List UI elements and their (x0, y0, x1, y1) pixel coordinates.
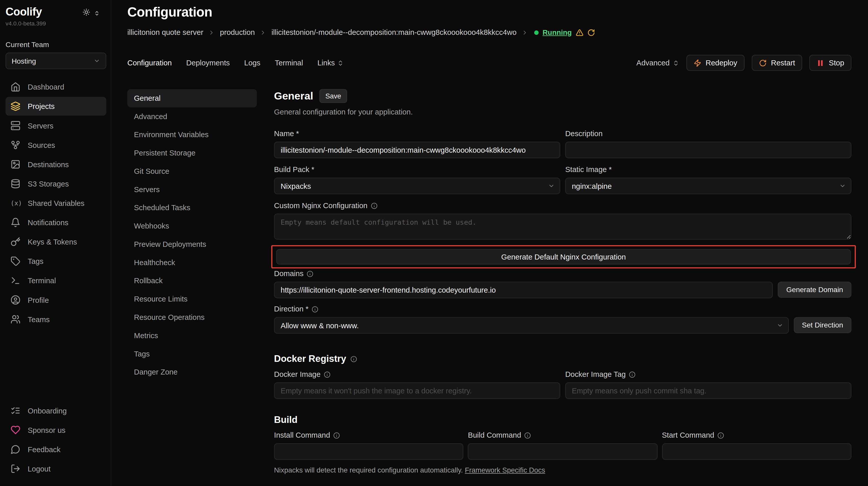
subnav-persistent-storage[interactable]: Persistent Storage (127, 144, 257, 162)
subnav-danger-zone[interactable]: Danger Zone (127, 363, 257, 381)
set-direction-button[interactable]: Set Direction (794, 317, 851, 333)
subnav-servers[interactable]: Servers (127, 181, 257, 199)
nav-label: Feedback (28, 445, 61, 454)
domains-input[interactable] (274, 282, 773, 298)
user-circle-icon (10, 295, 20, 305)
sidebar-item-shared-variables[interactable]: (x) Shared Variables (6, 194, 106, 213)
subnav-webhooks[interactable]: Webhooks (127, 217, 257, 235)
theme-toggle-sun-icon[interactable] (83, 8, 90, 18)
breadcrumb-application[interactable]: illicitestonion/-module--decomposition:m… (271, 28, 517, 37)
sidebar-item-dashboard[interactable]: Dashboard (6, 77, 106, 96)
info-icon[interactable] (307, 270, 313, 277)
nav-label: Destinations (28, 160, 69, 169)
sidebar-footer: Onboarding Sponsor us Feedback Logout (6, 401, 106, 478)
save-button[interactable]: Save (319, 89, 347, 103)
subnav-healthcheck[interactable]: Healthcheck (127, 253, 257, 272)
build-pack-select[interactable]: Nixpacks (274, 177, 560, 194)
docker-registry-title: Docker Registry (274, 354, 346, 365)
subnav-metrics[interactable]: Metrics (127, 326, 257, 345)
chevrons-up-down-icon[interactable] (94, 8, 100, 18)
breadcrumb-project[interactable]: illicitonion quote server (127, 28, 204, 37)
list-checks-icon (10, 406, 20, 416)
subnav-git-source[interactable]: Git Source (127, 162, 257, 181)
direction-select[interactable]: Allow www & non-www. (274, 317, 788, 333)
subnav-scheduled-tasks[interactable]: Scheduled Tasks (127, 199, 257, 217)
terminal-icon (10, 276, 20, 286)
warning-triangle-icon[interactable] (576, 29, 583, 36)
nav-label: Projects (28, 102, 55, 110)
info-icon[interactable] (334, 432, 340, 439)
redeploy-button[interactable]: Redeploy (686, 55, 744, 71)
subnav-advanced[interactable]: Advanced (127, 107, 257, 126)
section-title: General (274, 90, 313, 102)
section-subtitle: General configuration for your applicati… (274, 108, 851, 116)
tab-logs[interactable]: Logs (244, 59, 260, 67)
subnav-resource-limits[interactable]: Resource Limits (127, 290, 257, 309)
sidebar-item-keys-tokens[interactable]: Keys & Tokens (6, 232, 106, 251)
docker-image-tag-input[interactable] (565, 383, 851, 399)
sidebar-nav: Dashboard Projects Servers Sources Desti… (6, 77, 106, 328)
tab-configuration[interactable]: Configuration (127, 59, 172, 67)
subnav-preview-deployments[interactable]: Preview Deployments (127, 235, 257, 253)
sidebar-item-notifications[interactable]: Notifications (6, 213, 106, 232)
current-team-label: Current Team (6, 40, 106, 49)
tab-links[interactable]: Links (317, 59, 344, 67)
nginx-config-textarea[interactable] (274, 214, 851, 239)
sidebar-item-sources[interactable]: Sources (6, 136, 106, 155)
sidebar-item-servers[interactable]: Servers (6, 116, 106, 135)
subnav-general[interactable]: General (127, 89, 257, 107)
restart-button[interactable]: Restart (752, 55, 802, 71)
chevron-right-icon (522, 29, 528, 36)
name-input[interactable] (274, 142, 560, 158)
sidebar-item-sponsor[interactable]: Sponsor us (6, 421, 106, 440)
info-icon[interactable] (312, 306, 318, 313)
team-select[interactable]: Hosting (6, 53, 106, 69)
subnav-resource-operations[interactable]: Resource Operations (127, 308, 257, 326)
app-version: v4.0.0-beta.399 (6, 20, 46, 27)
generate-nginx-config-button[interactable]: Generate Default Nginx Configuration (276, 249, 851, 265)
zap-icon (693, 59, 701, 67)
info-icon[interactable] (524, 432, 531, 439)
subnav-rollback[interactable]: Rollback (127, 272, 257, 290)
refresh-status-icon[interactable] (587, 29, 595, 36)
sidebar-item-projects[interactable]: Projects (6, 97, 106, 116)
tab-terminal[interactable]: Terminal (275, 59, 303, 67)
start-command-label: Start Command (662, 431, 851, 440)
sidebar-item-feedback[interactable]: Feedback (6, 440, 106, 459)
sidebar-item-onboarding[interactable]: Onboarding (6, 401, 106, 420)
tab-deployments[interactable]: Deployments (186, 59, 229, 67)
advanced-dropdown[interactable]: Advanced (637, 59, 679, 67)
info-icon[interactable] (718, 432, 724, 439)
description-input[interactable] (565, 142, 851, 158)
info-icon[interactable] (629, 371, 636, 378)
install-command-input[interactable] (274, 443, 463, 460)
build-command-input[interactable] (468, 443, 657, 460)
sidebar-item-terminal[interactable]: Terminal (6, 271, 106, 290)
docker-image-input[interactable] (274, 383, 560, 399)
stop-button[interactable]: Stop (809, 55, 851, 71)
breadcrumb-environment[interactable]: production (220, 28, 255, 37)
info-icon[interactable] (350, 356, 357, 362)
general-form: General Save General configuration for y… (274, 89, 851, 486)
description-label: Description (565, 130, 851, 138)
layers-icon (10, 101, 20, 111)
sidebar: Coolify v4.0.0-beta.399 Current Team Hos… (0, 0, 111, 486)
info-icon[interactable] (371, 202, 377, 209)
sidebar-item-profile[interactable]: Profile (6, 291, 106, 310)
sidebar-item-tags[interactable]: Tags (6, 252, 106, 271)
status-text[interactable]: Running (542, 28, 572, 37)
chevron-down-icon (94, 58, 100, 64)
sidebar-item-teams[interactable]: Teams (6, 310, 106, 329)
generate-domain-button[interactable]: Generate Domain (778, 282, 851, 298)
start-command-input[interactable] (662, 443, 851, 460)
sidebar-item-s3-storages[interactable]: S3 Storages (6, 174, 106, 193)
static-image-select[interactable]: nginx:alpine (565, 177, 851, 194)
sidebar-item-destinations[interactable]: Destinations (6, 155, 106, 174)
sidebar-item-logout[interactable]: Logout (6, 459, 106, 478)
tabs-row: Configuration Deployments Logs Terminal … (127, 55, 851, 71)
framework-docs-link[interactable]: Framework Specific Docs (465, 466, 545, 474)
subnav-environment-variables[interactable]: Environment Variables (127, 126, 257, 144)
chevrons-up-down-icon (337, 60, 344, 66)
info-icon[interactable] (324, 371, 331, 378)
subnav-tags[interactable]: Tags (127, 345, 257, 363)
